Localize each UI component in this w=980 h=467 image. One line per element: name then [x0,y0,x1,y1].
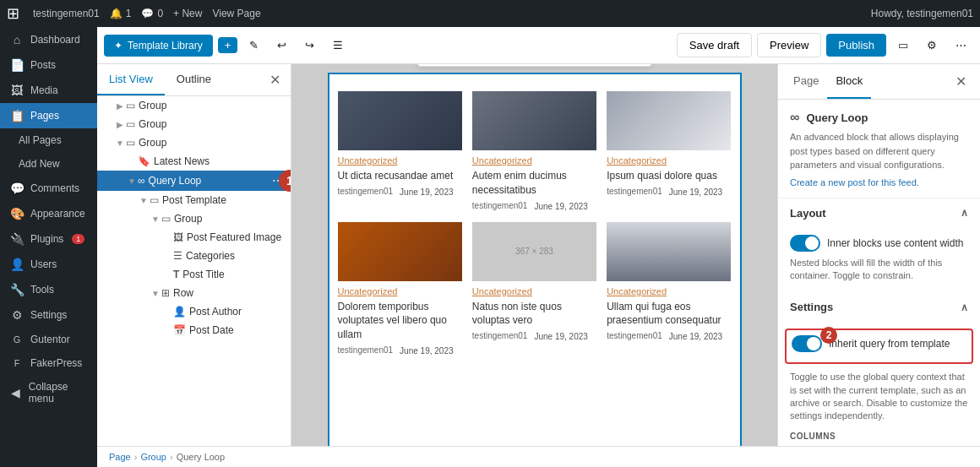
more-options-button[interactable]: ⋯ [949,35,973,55]
undo-button[interactable]: ↩ [270,35,293,55]
tab-outline[interactable]: Outline [165,64,223,95]
inherit-query-toggle-row: 2 Inherit query from template [792,335,966,352]
template-library-button[interactable]: ✦ Template Library [104,35,213,57]
app-layout: ⌂ Dashboard 📄 Posts 🖼 Media 📋 Pages All … [0,27,980,467]
sidebar-label-settings: Settings [30,309,67,321]
block-panel-icon: ∞ [790,110,799,125]
post-category-6[interactable]: Uncategorized [607,286,731,296]
breadcrumb-page[interactable]: Page [109,452,131,462]
inner-blocks-toggle[interactable] [790,235,820,252]
post-title-icon: T [173,269,179,280]
tree-item-post-featured-image[interactable]: 🖼 Post Featured Image [97,228,291,247]
settings-icon: ⚙ [10,308,24,322]
sidebar-item-all-pages[interactable]: All Pages [0,128,97,152]
block-panel-name: Query Loop [806,111,868,124]
tree-item-group-3[interactable]: ▼ ▭ Group [97,133,291,152]
post-category-3[interactable]: Uncategorized [607,155,731,166]
preview-button[interactable]: Preview [757,33,821,57]
editor-toolbar: ✦ Template Library + ✎ ↩ ↪ ☰ Save draft … [97,27,980,64]
settings-toggle-button[interactable]: ⚙ [920,35,944,55]
sidebar-item-dashboard[interactable]: ⌂ Dashboard [0,27,97,52]
tree-item-group-1[interactable]: ▶ ▭ Group [97,96,291,115]
sidebar-item-media[interactable]: 🖼 Media [0,78,97,103]
tree-item-group-2[interactable]: ▶ ▭ Group [97,115,291,133]
tree-item-post-template[interactable]: ▼ ▭ Post Template [97,191,291,209]
settings-section-body: 2 Inherit query from template Toggle to … [778,322,980,446]
wp-logo[interactable]: ⊞ [7,4,19,23]
admin-bar-view-page[interactable]: View Page [212,8,260,19]
inner-blocks-toggle-row: Inner blocks use content width [790,235,968,252]
tree-item-post-author[interactable]: 👤 Post Author [97,302,291,321]
sidebar-item-collapse[interactable]: ◀ Collapse menu [0,375,97,410]
post-author-1: testingemen01 [338,187,394,196]
add-block-button[interactable]: + [218,37,238,53]
post-category-1[interactable]: Uncategorized [338,155,462,166]
tools-button[interactable]: ✎ [242,35,265,55]
inherit-query-toggle[interactable]: 2 [792,335,822,352]
list-view-close-button[interactable]: ✕ [259,65,291,95]
inherit-query-desc: Toggle to use the global query context t… [790,371,968,423]
toolbar-right: Save draft Preview Publish ▭ ⚙ ⋯ [677,33,973,57]
sidebar-item-users[interactable]: 👤 Users [0,252,97,277]
post-title-3: Ipsum quasi dolore quas [607,169,731,183]
post-title-6: Ullam qui fuga eos praesentium consequat… [607,300,731,329]
query-loop-icon: ∞ [138,175,145,187]
sidebar-item-add-new[interactable]: Add New [0,152,97,176]
admin-bar-site[interactable]: testingemen01 [33,8,100,19]
inherit-toggle-knob [807,337,820,350]
publish-button[interactable]: Publish [826,34,886,57]
tab-page[interactable]: Page [785,64,827,99]
inherit-query-label: Inherit query from template [829,338,950,350]
admin-bar-new[interactable]: + New [173,8,202,19]
sidebar-label-gutentor: Gutentor [30,334,70,345]
post-meta-6: testingemen01 June 19, 2023 [607,331,731,342]
sidebar-item-plugins[interactable]: 🔌 Plugins 1 [0,226,97,252]
tree-item-row[interactable]: ▼ ⊞ Row [97,284,291,302]
sidebar-item-settings[interactable]: ⚙ Settings [0,302,97,328]
sidebar-label-dashboard: Dashboard [30,34,80,46]
tree-item-latest-news[interactable]: 🔖 Latest News [97,152,291,171]
view-toggle-button[interactable]: ▭ [891,35,915,55]
tree-item-group-inner[interactable]: ▼ ▭ Group [97,209,291,228]
breadcrumb-group[interactable]: Group [140,452,166,462]
tab-block[interactable]: Block [827,64,871,99]
tree-label-row: Row [173,287,193,299]
post-card-1: Uncategorized Ut dicta recusandae amet t… [338,91,462,212]
tree-item-post-date[interactable]: 📅 Post Date [97,321,291,339]
post-date-3: June 19, 2023 [669,187,722,198]
sidebar-item-gutentor[interactable]: G Gutentor [0,328,97,351]
post-title-5: Natus non iste quos voluptas vero [472,300,596,329]
tab-list-view[interactable]: List View [97,64,165,95]
sidebar-item-fakerpress[interactable]: F FakerPress [0,351,97,375]
post-card-6: Uncategorized Ullam qui fuga eos praesen… [607,222,731,356]
post-date-4: June 19, 2023 [400,345,453,356]
post-category-5[interactable]: Uncategorized [472,286,596,296]
redo-button[interactable]: ↪ [298,35,321,55]
admin-bar-comments[interactable]: 💬 0 [141,8,163,19]
layout-section-header[interactable]: Layout ∧ [778,198,980,228]
tree-item-categories[interactable]: ☰ Categories [97,247,291,265]
create-new-post-link[interactable]: Create a new post for this feed. [790,177,968,187]
post-image-4 [338,222,462,281]
sidebar-item-appearance[interactable]: 🎨 Appearance [0,201,97,226]
save-draft-button[interactable]: Save draft [677,33,752,57]
tree-item-post-title[interactable]: T Post Title [97,265,291,284]
details-button[interactable]: ☰ [326,35,350,55]
tree-item-query-loop[interactable]: ▼ ∞ Query Loop ⋯ 1 [97,171,291,191]
sidebar-item-tools[interactable]: 🔧 Tools [0,277,97,302]
admin-bar-notifications[interactable]: 🔔 1 [110,8,132,19]
sidebar-item-pages[interactable]: 📋 Pages [0,103,97,128]
tree-label-post-featured-image: Post Featured Image [187,231,281,243]
plugins-icon: 🔌 [10,232,24,246]
sidebar-label-tools: Tools [30,284,54,296]
settings-section-header[interactable]: Settings ∧ [778,292,980,322]
sidebar-item-comments[interactable]: 💬 Comments [0,176,97,201]
sidebar-label-plugins: Plugins [30,233,63,245]
post-template-icon: ▭ [150,194,159,206]
list-view-header: List View Outline ✕ [97,64,291,96]
right-panel-close-button[interactable]: ✕ [949,67,973,96]
post-category-2[interactable]: Uncategorized [472,155,596,166]
post-category-4[interactable]: Uncategorized [338,286,462,296]
sidebar-item-posts[interactable]: 📄 Posts [0,52,97,78]
latest-news-icon: 🔖 [138,155,150,167]
